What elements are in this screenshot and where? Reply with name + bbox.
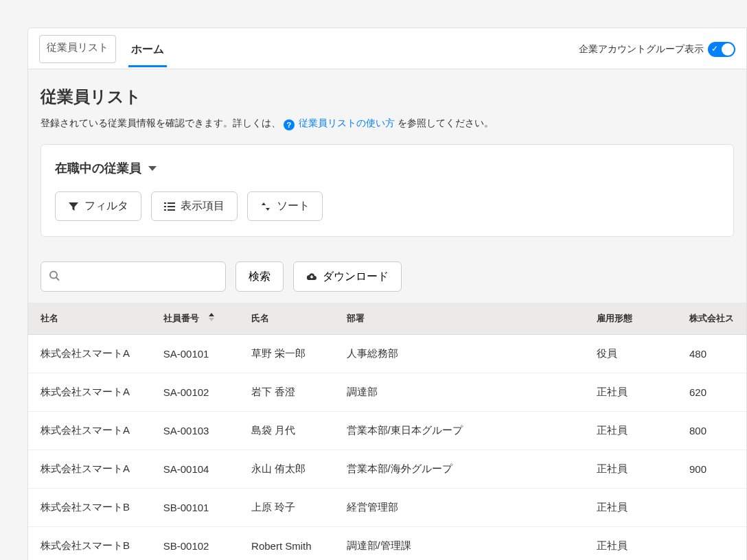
table-row[interactable]: 株式会社スマートASA-00104永山 侑太郎営業本部/海外グループ正社員900 (28, 450, 746, 489)
th-emp-type[interactable]: 雇用形態 (584, 303, 677, 335)
cell-company: 株式会社スマートB (28, 527, 151, 561)
download-icon (306, 271, 317, 282)
svg-rect-1 (168, 202, 175, 204)
th-emp-id-label: 社員番号 (163, 313, 199, 323)
svg-rect-2 (164, 206, 166, 207)
account-group-toggle-label: 企業アカウントグループ表示 (579, 43, 704, 56)
th-emp-id[interactable]: 社員番号 (151, 303, 239, 335)
search-input[interactable] (41, 261, 226, 292)
cell-emp_type: 正社員 (584, 527, 677, 561)
cell-name: 岩下 香澄 (239, 373, 334, 412)
cell-extra: 900 (677, 450, 746, 489)
cell-company: 株式会社スマートA (28, 450, 151, 489)
svg-rect-3 (168, 206, 175, 207)
funnel-icon (68, 201, 79, 212)
th-dept[interactable]: 部署 (334, 303, 584, 335)
status-dropdown-label: 在職中の従業員 (55, 160, 141, 176)
page-title: 従業員リスト (28, 86, 746, 117)
th-company[interactable]: 社名 (28, 303, 151, 335)
cell-name: 上原 玲子 (239, 489, 334, 527)
cell-extra (677, 527, 746, 561)
download-button[interactable]: ダウンロード (293, 261, 402, 292)
cell-emp_type: 正社員 (584, 489, 677, 527)
filter-panel: 在職中の従業員 フィルタ 表示項目 (41, 144, 734, 237)
employee-table: 社名 社員番号 氏名 部署 雇用形態 株式会社ス 株式会社スマートASA- (28, 303, 746, 560)
cell-company: 株式会社スマートA (28, 373, 151, 412)
cell-extra: 620 (677, 373, 746, 412)
list-icon (164, 201, 175, 212)
th-name[interactable]: 氏名 (239, 303, 334, 335)
svg-point-6 (50, 272, 57, 279)
columns-button[interactable]: 表示項目 (151, 191, 238, 221)
search-box (41, 261, 226, 292)
cell-name: 永山 侑太郎 (239, 450, 334, 489)
page-description: 登録されている従業員情報を確認できます。詳しくは、 ? 従業員リストの使い方 を… (28, 117, 746, 144)
search-button[interactable]: 検索 (235, 261, 284, 292)
sort-button[interactable]: ソート (247, 191, 323, 221)
download-button-label: ダウンロード (323, 270, 389, 284)
svg-rect-5 (168, 209, 175, 211)
tab-employee-list[interactable]: 従業員リスト (39, 35, 116, 63)
cell-extra: 800 (677, 412, 746, 450)
cell-name: 島袋 月代 (239, 412, 334, 450)
search-icon (49, 270, 60, 283)
cell-emp_id: SA-00101 (151, 335, 239, 373)
th-extra[interactable]: 株式会社ス (677, 303, 746, 335)
svg-line-7 (56, 278, 59, 281)
cell-emp_id: SB-00101 (151, 489, 239, 527)
cell-extra: 480 (677, 335, 746, 373)
help-link[interactable]: 従業員リストの使い方 (299, 117, 395, 128)
svg-rect-0 (164, 202, 166, 204)
desc-text-post: を参照してください。 (398, 117, 494, 128)
cell-emp_type: 正社員 (584, 450, 677, 489)
sort-icon (260, 201, 271, 212)
desc-text-pre: 登録されている従業員情報を確認できます。詳しくは、 (41, 117, 281, 128)
cell-extra (677, 489, 746, 527)
cell-company: 株式会社スマートA (28, 335, 151, 373)
table-row[interactable]: 株式会社スマートASA-00102岩下 香澄調達部正社員620 (28, 373, 746, 412)
cell-dept: 調達部/管理課 (334, 527, 584, 561)
cell-name: 草野 栄一郎 (239, 335, 334, 373)
cell-dept: 営業本部/海外グループ (334, 450, 584, 489)
table-row[interactable]: 株式会社スマートBSB-00102Robert Smith調達部/管理課正社員 (28, 527, 746, 561)
chevron-down-icon (148, 166, 157, 171)
cell-dept: 調達部 (334, 373, 584, 412)
cell-emp_id: SA-00104 (151, 450, 239, 489)
table-row[interactable]: 株式会社スマートASA-00101草野 栄一郎人事総務部役員480 (28, 335, 746, 373)
check-icon: ✓ (711, 44, 718, 54)
table-row[interactable]: 株式会社スマートASA-00103島袋 月代営業本部/東日本グループ正社員800 (28, 412, 746, 450)
search-button-label: 検索 (249, 270, 271, 284)
cell-name: Robert Smith (239, 527, 334, 561)
sort-button-label: ソート (277, 199, 310, 213)
tab-bar: 従業員リスト ホーム 企業アカウントグループ表示 ✓ (28, 28, 746, 69)
status-dropdown[interactable]: 在職中の従業員 (55, 160, 157, 176)
filter-button-label: フィルタ (84, 199, 128, 213)
cell-dept: 人事総務部 (334, 335, 584, 373)
cell-emp_id: SB-00102 (151, 527, 239, 561)
cell-dept: 経営管理部 (334, 489, 584, 527)
columns-button-label: 表示項目 (181, 199, 225, 213)
cell-emp_id: SA-00102 (151, 373, 239, 412)
svg-rect-4 (164, 209, 166, 211)
cell-company: 株式会社スマートA (28, 412, 151, 450)
sort-asc-icon (208, 313, 215, 323)
cell-emp_type: 役員 (584, 335, 677, 373)
tab-home[interactable]: ホーム (128, 37, 167, 67)
info-icon: ? (284, 119, 295, 130)
account-group-toggle[interactable]: ✓ (708, 42, 735, 57)
cell-company: 株式会社スマートB (28, 489, 151, 527)
filter-button[interactable]: フィルタ (55, 191, 141, 221)
cell-dept: 営業本部/東日本グループ (334, 412, 584, 450)
cell-emp_type: 正社員 (584, 373, 677, 412)
cell-emp_id: SA-00103 (151, 412, 239, 450)
table-row[interactable]: 株式会社スマートBSB-00101上原 玲子経営管理部正社員 (28, 489, 746, 527)
cell-emp_type: 正社員 (584, 412, 677, 450)
